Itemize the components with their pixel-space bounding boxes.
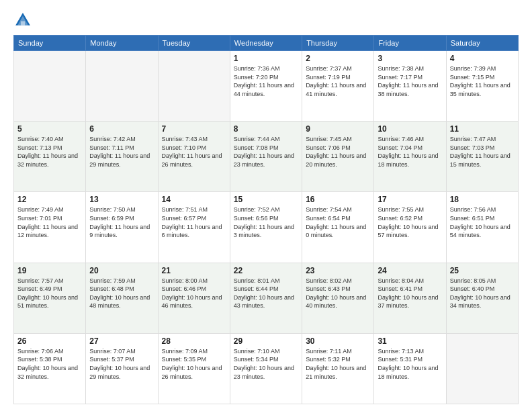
svg-rect-2 — [21, 21, 25, 26]
day-info: Sunrise: 8:04 AM Sunset: 6:41 PM Dayligh… — [378, 277, 442, 310]
table-row: 20Sunrise: 7:59 AM Sunset: 6:48 PM Dayli… — [86, 263, 158, 333]
day-info: Sunrise: 7:57 AM Sunset: 6:49 PM Dayligh… — [17, 277, 82, 310]
table-row: 15Sunrise: 7:52 AM Sunset: 6:56 PM Dayli… — [230, 192, 302, 263]
day-info: Sunrise: 7:50 AM Sunset: 6:59 PM Dayligh… — [89, 205, 154, 239]
table-row: 10Sunrise: 7:46 AM Sunset: 7:04 PM Dayli… — [374, 122, 446, 192]
day-info: Sunrise: 7:46 AM Sunset: 7:04 PM Dayligh… — [378, 135, 442, 169]
calendar-week-row: 19Sunrise: 7:57 AM Sunset: 6:49 PM Dayli… — [14, 263, 519, 333]
table-row: 26Sunrise: 7:06 AM Sunset: 5:38 PM Dayli… — [14, 333, 86, 404]
day-info: Sunrise: 7:38 AM Sunset: 7:17 PM Dayligh… — [378, 64, 442, 98]
day-info: Sunrise: 7:51 AM Sunset: 6:57 PM Dayligh… — [162, 205, 226, 239]
table-row: 6Sunrise: 7:42 AM Sunset: 7:11 PM Daylig… — [86, 122, 158, 192]
table-row: 5Sunrise: 7:40 AM Sunset: 7:13 PM Daylig… — [14, 122, 86, 192]
col-friday: Friday — [374, 36, 446, 51]
day-number: 26 — [17, 336, 82, 346]
day-number: 30 — [306, 336, 370, 346]
table-row: 12Sunrise: 7:49 AM Sunset: 7:01 PM Dayli… — [14, 192, 86, 263]
day-info: Sunrise: 7:49 AM Sunset: 7:01 PM Dayligh… — [17, 205, 82, 239]
day-number: 9 — [306, 124, 370, 134]
day-number: 14 — [162, 195, 226, 204]
day-number: 21 — [162, 266, 226, 275]
table-row — [86, 51, 158, 122]
logo-icon — [13, 11, 32, 30]
col-thursday: Thursday — [302, 36, 374, 51]
day-number: 19 — [17, 266, 82, 275]
day-info: Sunrise: 7:40 AM Sunset: 7:13 PM Dayligh… — [17, 135, 82, 169]
day-number: 23 — [306, 266, 370, 275]
day-info: Sunrise: 7:42 AM Sunset: 7:11 PM Dayligh… — [89, 135, 154, 169]
table-row: 22Sunrise: 8:01 AM Sunset: 6:44 PM Dayli… — [230, 263, 302, 333]
day-info: Sunrise: 7:36 AM Sunset: 7:20 PM Dayligh… — [234, 64, 298, 98]
day-info: Sunrise: 7:43 AM Sunset: 7:10 PM Dayligh… — [162, 135, 226, 169]
day-number: 24 — [378, 266, 442, 275]
day-info: Sunrise: 7:10 AM Sunset: 5:34 PM Dayligh… — [234, 347, 298, 381]
day-number: 28 — [162, 336, 226, 346]
day-info: Sunrise: 7:47 AM Sunset: 7:03 PM Dayligh… — [450, 135, 515, 169]
table-row — [158, 51, 230, 122]
table-row: 27Sunrise: 7:07 AM Sunset: 5:37 PM Dayli… — [86, 333, 158, 404]
header — [13, 11, 519, 30]
day-info: Sunrise: 7:55 AM Sunset: 6:52 PM Dayligh… — [378, 205, 442, 239]
day-info: Sunrise: 8:05 AM Sunset: 6:40 PM Dayligh… — [450, 277, 515, 310]
table-row: 7Sunrise: 7:43 AM Sunset: 7:10 PM Daylig… — [158, 122, 230, 192]
table-row: 11Sunrise: 7:47 AM Sunset: 7:03 PM Dayli… — [446, 122, 518, 192]
table-row: 23Sunrise: 8:02 AM Sunset: 6:43 PM Dayli… — [302, 263, 374, 333]
table-row: 30Sunrise: 7:11 AM Sunset: 5:32 PM Dayli… — [302, 333, 374, 404]
table-row: 19Sunrise: 7:57 AM Sunset: 6:49 PM Dayli… — [14, 263, 86, 333]
day-number: 6 — [89, 124, 154, 134]
day-number: 31 — [378, 336, 442, 346]
table-row: 21Sunrise: 8:00 AM Sunset: 6:46 PM Dayli… — [158, 263, 230, 333]
table-row: 16Sunrise: 7:54 AM Sunset: 6:54 PM Dayli… — [302, 192, 374, 263]
day-number: 17 — [378, 195, 442, 204]
table-row: 18Sunrise: 7:56 AM Sunset: 6:51 PM Dayli… — [446, 192, 518, 263]
table-row: 3Sunrise: 7:38 AM Sunset: 7:17 PM Daylig… — [374, 51, 446, 122]
day-number: 18 — [450, 195, 515, 204]
day-number: 1 — [234, 54, 298, 63]
table-row: 31Sunrise: 7:13 AM Sunset: 5:31 PM Dayli… — [374, 333, 446, 404]
col-saturday: Saturday — [446, 36, 518, 51]
day-info: Sunrise: 7:13 AM Sunset: 5:31 PM Dayligh… — [378, 347, 442, 381]
day-info: Sunrise: 7:07 AM Sunset: 5:37 PM Dayligh… — [89, 347, 154, 381]
calendar-table: Sunday Monday Tuesday Wednesday Thursday… — [13, 35, 519, 404]
day-number: 12 — [17, 195, 82, 204]
day-number: 3 — [378, 54, 442, 63]
day-info: Sunrise: 8:00 AM Sunset: 6:46 PM Dayligh… — [162, 277, 226, 310]
calendar-week-row: 12Sunrise: 7:49 AM Sunset: 7:01 PM Dayli… — [14, 192, 519, 263]
day-number: 27 — [89, 336, 154, 346]
calendar-week-row: 1Sunrise: 7:36 AM Sunset: 7:20 PM Daylig… — [14, 51, 519, 122]
day-number: 4 — [450, 54, 515, 63]
table-row — [14, 51, 86, 122]
day-number: 15 — [234, 195, 298, 204]
calendar-week-row: 5Sunrise: 7:40 AM Sunset: 7:13 PM Daylig… — [14, 122, 519, 192]
table-row — [446, 333, 518, 404]
table-row: 24Sunrise: 8:04 AM Sunset: 6:41 PM Dayli… — [374, 263, 446, 333]
calendar-week-row: 26Sunrise: 7:06 AM Sunset: 5:38 PM Dayli… — [14, 333, 519, 404]
day-number: 13 — [89, 195, 154, 204]
day-number: 16 — [306, 195, 370, 204]
day-number: 11 — [450, 124, 515, 134]
day-number: 22 — [234, 266, 298, 275]
day-number: 25 — [450, 266, 515, 275]
calendar-header-row: Sunday Monday Tuesday Wednesday Thursday… — [14, 36, 519, 51]
table-row: 28Sunrise: 7:09 AM Sunset: 5:35 PM Dayli… — [158, 333, 230, 404]
day-number: 7 — [162, 124, 226, 134]
col-monday: Monday — [86, 36, 158, 51]
table-row: 2Sunrise: 7:37 AM Sunset: 7:19 PM Daylig… — [302, 51, 374, 122]
logo — [13, 11, 35, 30]
col-tuesday: Tuesday — [158, 36, 230, 51]
day-info: Sunrise: 8:01 AM Sunset: 6:44 PM Dayligh… — [234, 277, 298, 310]
table-row: 25Sunrise: 8:05 AM Sunset: 6:40 PM Dayli… — [446, 263, 518, 333]
day-info: Sunrise: 7:37 AM Sunset: 7:19 PM Dayligh… — [306, 64, 370, 98]
day-info: Sunrise: 7:56 AM Sunset: 6:51 PM Dayligh… — [450, 205, 515, 239]
table-row: 1Sunrise: 7:36 AM Sunset: 7:20 PM Daylig… — [230, 51, 302, 122]
day-info: Sunrise: 7:45 AM Sunset: 7:06 PM Dayligh… — [306, 135, 370, 169]
day-info: Sunrise: 7:52 AM Sunset: 6:56 PM Dayligh… — [234, 205, 298, 239]
col-sunday: Sunday — [14, 36, 86, 51]
day-number: 8 — [234, 124, 298, 134]
table-row: 13Sunrise: 7:50 AM Sunset: 6:59 PM Dayli… — [86, 192, 158, 263]
col-wednesday: Wednesday — [230, 36, 302, 51]
day-number: 10 — [378, 124, 442, 134]
day-info: Sunrise: 7:09 AM Sunset: 5:35 PM Dayligh… — [162, 347, 226, 381]
day-info: Sunrise: 7:44 AM Sunset: 7:08 PM Dayligh… — [234, 135, 298, 169]
table-row: 14Sunrise: 7:51 AM Sunset: 6:57 PM Dayli… — [158, 192, 230, 263]
